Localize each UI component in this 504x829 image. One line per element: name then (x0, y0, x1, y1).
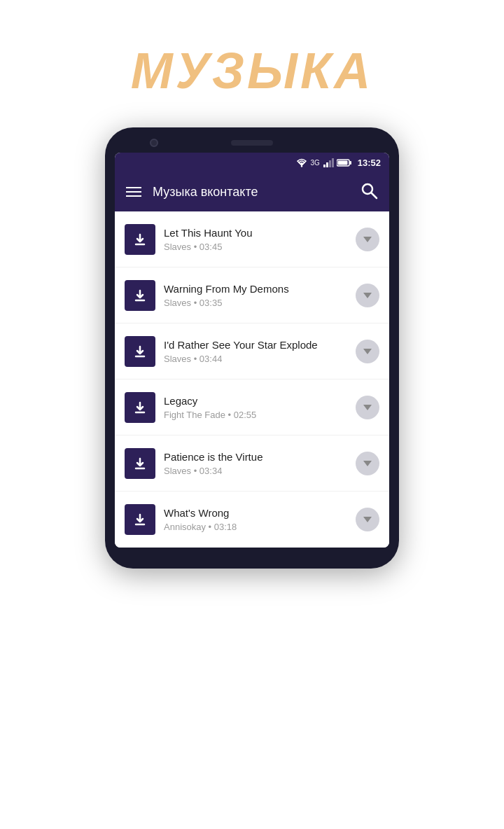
more-button-5[interactable] (356, 452, 379, 475)
track-info-1: Let This Haunt You Slaves • 03:45 (164, 227, 347, 252)
more-arrow-icon-6 (363, 517, 372, 522)
phone-screen: 3G 13:52 (115, 153, 389, 548)
more-arrow-icon-4 (363, 405, 372, 410)
svg-rect-3 (329, 160, 331, 167)
svg-point-0 (301, 165, 302, 167)
track-info-3: I'd Rather See Your Star Explode Slaves … (164, 339, 347, 364)
hamburger-line-2 (126, 191, 141, 193)
more-button-2[interactable] (356, 284, 379, 307)
hamburger-line-1 (126, 187, 141, 188)
track-title-1: Let This Haunt You (164, 227, 347, 239)
svg-rect-2 (326, 162, 328, 167)
more-arrow-icon-5 (363, 461, 372, 466)
download-icon (133, 232, 147, 246)
download-button-5[interactable] (125, 448, 155, 479)
download-button-4[interactable] (125, 392, 155, 423)
track-info-6: What's Wrong Annisokay • 03:18 (164, 507, 347, 532)
phone-speaker (231, 140, 273, 146)
phone-bottom (115, 548, 389, 556)
track-info-5: Patience is the Virtue Slaves • 03:34 (164, 451, 347, 476)
phone-camera (150, 139, 158, 147)
svg-rect-4 (332, 158, 334, 167)
track-item[interactable]: Warning From My Demons Slaves • 03:35 (115, 267, 389, 323)
download-icon (133, 400, 147, 415)
svg-rect-1 (323, 165, 326, 167)
track-title-5: Patience is the Virtue (164, 451, 347, 463)
download-button-1[interactable] (125, 224, 155, 255)
hamburger-menu-button[interactable] (126, 187, 141, 197)
page-title: МУЗЫКА (131, 42, 373, 99)
track-item[interactable]: Let This Haunt You Slaves • 03:45 (115, 211, 389, 267)
track-item[interactable]: What's Wrong Annisokay • 03:18 (115, 492, 389, 548)
more-button-6[interactable] (356, 508, 379, 531)
download-button-2[interactable] (125, 280, 155, 311)
more-button-1[interactable] (356, 228, 379, 251)
download-button-3[interactable] (125, 336, 155, 367)
download-icon (133, 457, 147, 471)
track-item[interactable]: Patience is the Virtue Slaves • 03:34 (115, 436, 389, 492)
hamburger-line-3 (126, 195, 141, 197)
track-item[interactable]: Legacy Fight The Fade • 02:55 (115, 379, 389, 436)
app-bar-title: Музыка вконтакте (153, 185, 349, 200)
download-button-6[interactable] (125, 504, 155, 535)
more-button-3[interactable] (356, 340, 379, 363)
download-icon (133, 344, 147, 358)
track-meta-4: Fight The Fade • 02:55 (164, 410, 347, 420)
phone-frame: 3G 13:52 (105, 127, 399, 569)
status-time: 13:52 (358, 158, 381, 168)
track-meta-6: Annisokay • 03:18 (164, 522, 347, 532)
track-meta-3: Slaves • 03:44 (164, 354, 347, 364)
search-button[interactable] (360, 181, 378, 202)
svg-line-9 (372, 193, 377, 199)
track-list: Let This Haunt You Slaves • 03:45 (115, 211, 389, 548)
more-arrow-icon-2 (363, 293, 372, 298)
track-meta-1: Slaves • 03:45 (164, 242, 347, 252)
network-label: 3G (310, 159, 319, 167)
track-title-2: Warning From My Demons (164, 283, 347, 295)
status-icons: 3G 13:52 (296, 158, 381, 168)
more-arrow-icon-3 (363, 349, 372, 354)
wifi-icon (296, 158, 307, 167)
app-bar: Музыка вконтакте (115, 172, 389, 211)
track-info-4: Legacy Fight The Fade • 02:55 (164, 395, 347, 420)
track-title-3: I'd Rather See Your Star Explode (164, 339, 347, 351)
track-meta-5: Slaves • 03:34 (164, 466, 347, 476)
more-arrow-icon-1 (363, 237, 372, 242)
svg-rect-6 (349, 161, 351, 165)
track-meta-2: Slaves • 03:35 (164, 298, 347, 308)
svg-rect-7 (337, 160, 347, 165)
status-bar: 3G 13:52 (115, 153, 389, 172)
track-item[interactable]: I'd Rather See Your Star Explode Slaves … (115, 323, 389, 379)
phone-top-bar (115, 140, 389, 146)
download-icon (133, 513, 147, 527)
track-title-4: Legacy (164, 395, 347, 407)
signal-icon (323, 158, 334, 167)
battery-icon (337, 158, 352, 167)
track-title-6: What's Wrong (164, 507, 347, 519)
download-icon (133, 288, 147, 302)
track-info-2: Warning From My Demons Slaves • 03:35 (164, 283, 347, 308)
search-icon (360, 181, 378, 200)
more-button-4[interactable] (356, 396, 379, 419)
